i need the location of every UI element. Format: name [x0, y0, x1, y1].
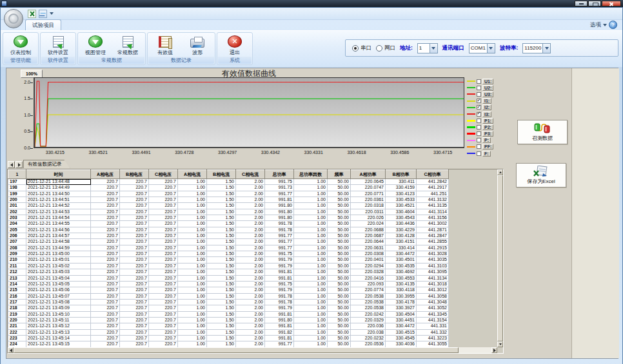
value-cell[interactable]: 991.80 — [265, 317, 294, 323]
time-cell[interactable]: 2021-12-21 13:45:04 — [26, 275, 91, 281]
value-cell[interactable]: 220.0401 — [351, 257, 386, 263]
value-cell[interactable]: 220.093 — [351, 281, 386, 287]
row-number-cell[interactable]: 223 — [8, 335, 26, 341]
value-cell[interactable]: 1.00 — [178, 215, 207, 221]
chevron-down-icon[interactable] — [430, 44, 437, 53]
value-cell[interactable]: 1.00 — [178, 341, 207, 347]
row-number-cell[interactable]: 202 — [8, 209, 26, 215]
table-row[interactable]: 2182021-12-21 13:45:09220.7220.7220.71.0… — [8, 305, 449, 311]
value-cell[interactable]: 220.7 — [91, 335, 120, 341]
value-cell[interactable]: 2.00 — [236, 287, 265, 293]
value-cell[interactable]: 1.50 — [207, 233, 236, 239]
row-number-cell[interactable]: 220 — [8, 317, 26, 323]
value-cell[interactable]: 330.4118 — [386, 287, 417, 293]
value-cell[interactable]: 2.00 — [236, 221, 265, 227]
value-cell[interactable]: 1.00 — [178, 323, 207, 329]
time-cell[interactable]: 2021-12-21 13:45:06 — [26, 287, 91, 293]
value-cell[interactable]: 50.00 — [328, 269, 351, 275]
table-row[interactable]: 1982021-12-21 13:44:49220.7220.7220.71.0… — [8, 185, 449, 191]
value-cell[interactable]: 330.4504 — [386, 311, 417, 317]
time-cell[interactable]: 2021-12-21 13:44:59 — [26, 245, 91, 251]
value-cell[interactable]: 50.00 — [328, 215, 351, 221]
value-cell[interactable]: 330.4135 — [386, 281, 417, 287]
value-cell[interactable]: 1.00 — [294, 341, 328, 347]
table-row[interactable]: 2032021-12-21 13:44:54220.7220.7220.71.0… — [8, 215, 449, 221]
value-cell[interactable]: 50.00 — [328, 209, 351, 215]
table-row[interactable]: 2092021-12-21 13:45:00220.7220.7220.71.0… — [8, 251, 449, 257]
value-cell[interactable]: 441.3055 — [417, 341, 449, 347]
value-cell[interactable]: 220.7 — [149, 221, 178, 227]
value-cell[interactable]: 220.0232 — [351, 335, 386, 341]
value-cell[interactable]: 220.7 — [120, 281, 149, 287]
value-cell[interactable]: 220.7 — [149, 305, 178, 311]
baud-rate-select[interactable]: 115200 — [522, 43, 551, 53]
value-cell[interactable]: 220.7 — [149, 287, 178, 293]
value-cell[interactable]: 220.7 — [120, 257, 149, 263]
legend-checkbox[interactable] — [477, 151, 481, 156]
value-cell[interactable]: 1.50 — [207, 221, 236, 227]
value-cell[interactable]: 220.7 — [120, 287, 149, 293]
column-header[interactable]: C相电压 — [149, 170, 178, 179]
value-cell[interactable]: 991.77 — [265, 245, 294, 251]
value-cell[interactable]: 220.7 — [91, 191, 120, 196]
table-row[interactable]: 2082021-12-21 13:44:59220.7220.7220.71.0… — [8, 245, 449, 251]
value-cell[interactable]: 50.00 — [328, 233, 351, 239]
value-cell[interactable]: 1.50 — [207, 245, 236, 251]
help-icon[interactable] — [609, 21, 617, 29]
value-cell[interactable]: 50.00 — [328, 203, 351, 209]
value-cell[interactable]: 1.50 — [207, 263, 236, 269]
value-cell[interactable]: 330.4545 — [386, 335, 417, 341]
value-cell[interactable]: 1.00 — [178, 209, 207, 215]
value-cell[interactable]: 330.4436 — [386, 221, 417, 227]
value-cell[interactable]: 220.7 — [149, 203, 178, 209]
value-cell[interactable]: 1.50 — [207, 269, 236, 275]
table-row[interactable]: 2122021-12-21 13:45:03220.7220.7220.71.0… — [8, 269, 449, 275]
table-row[interactable]: 2232021-12-21 13:45:14220.7220.7220.71.0… — [8, 335, 449, 341]
value-cell[interactable]: 220.7 — [120, 323, 149, 329]
value-cell[interactable]: 220.7 — [120, 191, 149, 196]
scroll-down-button[interactable] — [497, 341, 503, 347]
value-cell[interactable]: 2.00 — [236, 317, 265, 323]
value-cell[interactable]: 1.00 — [294, 215, 328, 221]
value-cell[interactable]: 1.50 — [207, 323, 236, 329]
value-cell[interactable]: 50.00 — [328, 281, 351, 287]
value-cell[interactable]: 441.3052 — [417, 305, 449, 311]
value-cell[interactable]: 220.7 — [91, 329, 120, 335]
scroll-right-button[interactable] — [491, 347, 497, 353]
value-cell[interactable]: 441.2917 — [417, 185, 449, 191]
value-cell[interactable]: 220.0536 — [351, 341, 386, 347]
vertical-scrollbar[interactable] — [497, 169, 503, 347]
value-cell[interactable]: 2.00 — [236, 281, 265, 287]
value-cell[interactable]: 220.7 — [149, 299, 178, 305]
horizontal-scrollbar[interactable] — [8, 347, 497, 353]
value-cell[interactable]: 220.7 — [120, 317, 149, 323]
value-cell[interactable]: 220.7 — [120, 311, 149, 317]
legend-checkbox[interactable] — [477, 99, 481, 103]
value-cell[interactable]: 220.7 — [149, 281, 178, 287]
value-cell[interactable]: 441.3345 — [417, 311, 449, 317]
value-cell[interactable]: 330.414 — [386, 245, 417, 251]
value-cell[interactable]: 441.3002 — [417, 221, 449, 227]
legend-checkbox[interactable] — [477, 86, 481, 90]
row-number-cell[interactable]: 199 — [8, 191, 26, 196]
column-header[interactable]: B相电压 — [120, 170, 149, 179]
legend-checkbox[interactable] — [477, 125, 481, 129]
time-cell[interactable]: 2021-12-21 13:45:11 — [26, 317, 91, 323]
value-cell[interactable]: 1.00 — [178, 317, 207, 323]
value-cell[interactable]: 991.81 — [265, 197, 294, 203]
value-cell[interactable]: 1.00 — [294, 221, 328, 227]
value-cell[interactable]: 441.2855 — [417, 239, 449, 245]
value-cell[interactable]: 1.00 — [178, 203, 207, 209]
tab-test-project[interactable]: 试验项目 — [25, 19, 61, 31]
row-number-cell[interactable]: 215 — [8, 287, 26, 293]
row-number-cell[interactable]: 206 — [8, 233, 26, 239]
value-cell[interactable]: 1.00 — [178, 179, 207, 185]
value-cell[interactable]: 441.3103 — [417, 263, 449, 269]
value-cell[interactable]: 1.00 — [294, 263, 328, 269]
value-cell[interactable]: 1.50 — [207, 215, 236, 221]
value-cell[interactable]: 220.7 — [149, 197, 178, 203]
value-cell[interactable]: 1.00 — [294, 317, 328, 323]
value-cell[interactable]: 1.00 — [178, 245, 207, 251]
value-cell[interactable]: 1.00 — [178, 227, 207, 233]
value-cell[interactable]: 220.7 — [149, 215, 178, 221]
